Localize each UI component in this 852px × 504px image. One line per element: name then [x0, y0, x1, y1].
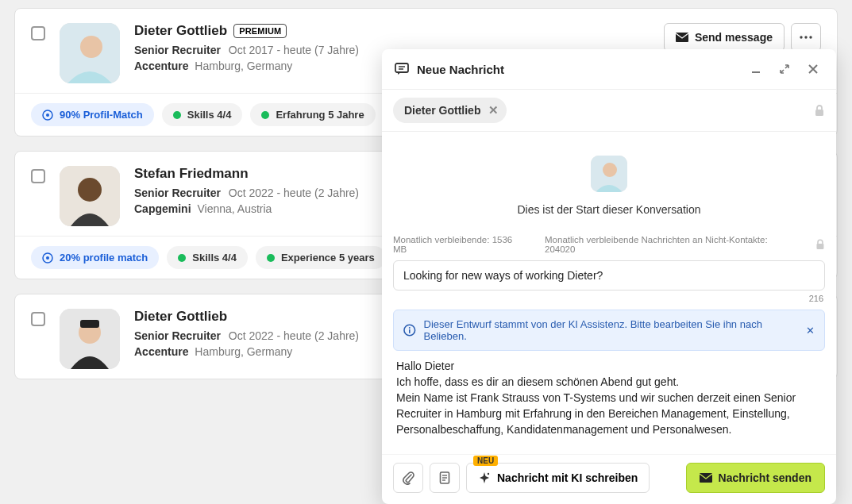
svg-point-7 [46, 113, 49, 117]
quota-messages: Monatlich verbleibende Nachrichten an Ni… [545, 235, 798, 254]
skills-tag[interactable]: Skills 4/4 [162, 103, 243, 126]
location: Hamburg, Germany [195, 60, 292, 72]
role: Senior Recruiter [134, 329, 221, 342]
company: Capgemini [134, 202, 191, 215]
period: Oct 2017 - heute (7 Jahre) [229, 44, 359, 56]
expand-icon [779, 63, 790, 75]
lock-icon [815, 239, 825, 250]
svg-point-11 [46, 256, 49, 260]
recipient-chip[interactable]: Dieter Gottlieb ✕ [393, 98, 507, 123]
svg-rect-31 [700, 473, 712, 483]
send-message-button[interactable]: Send message [664, 23, 785, 52]
send-message-label: Send message [695, 31, 773, 44]
experience-tag[interactable]: Experience 5 years [256, 246, 386, 269]
chat-icon [395, 63, 409, 75]
target-icon [42, 110, 53, 121]
dot-icon [173, 111, 181, 119]
select-checkbox[interactable] [31, 169, 45, 183]
role: Senior Recruiter [134, 187, 221, 199]
minimize-icon [750, 63, 761, 75]
skills-tag[interactable]: Skills 4/4 [167, 246, 248, 269]
sparkle-icon [478, 471, 491, 484]
profile-match-tag[interactable]: 90% Profil-Match [31, 103, 154, 126]
profile-match-tag[interactable]: 20% profile match [31, 246, 159, 269]
svg-point-21 [603, 163, 617, 177]
select-checkbox[interactable] [31, 26, 45, 40]
svg-rect-15 [395, 63, 408, 72]
message-body[interactable]: Hallo Dieter Ich hoffe, dass es dir an d… [382, 351, 836, 444]
location: Hamburg, Germany [195, 345, 292, 358]
recipient-avatar [591, 156, 627, 192]
role: Senior Recruiter [134, 44, 221, 56]
send-label: Nachricht senden [719, 471, 812, 484]
send-button[interactable]: Nachricht senden [686, 463, 825, 493]
lock-icon [814, 104, 825, 117]
ai-banner-text: Dieser Entwurf stammt von der KI Assiste… [424, 318, 798, 342]
minimize-button[interactable] [746, 59, 766, 79]
premium-badge: PREMIUM [233, 24, 287, 38]
svg-point-5 [809, 36, 812, 38]
svg-point-3 [800, 36, 802, 38]
recipient-name: Dieter Gottlieb [404, 104, 480, 117]
experience-tag[interactable]: Erfahrung 5 Jahre [250, 103, 375, 126]
quota-data: Monatlich verbleibende: 1536 MB [393, 235, 527, 254]
svg-rect-2 [676, 33, 688, 42]
info-icon [403, 324, 416, 337]
company: Accenture [134, 60, 188, 72]
svg-rect-25 [409, 329, 411, 333]
new-badge: NEU [473, 456, 498, 466]
period: Oct 2022 - heute (2 Jahre) [229, 187, 359, 199]
company: Accenture [134, 345, 188, 358]
close-icon [808, 63, 819, 75]
close-button[interactable] [803, 59, 823, 79]
dot-icon [267, 254, 275, 262]
ai-write-label: Nachricht mit KI schreiben [497, 471, 638, 484]
remove-recipient-icon[interactable]: ✕ [488, 103, 499, 117]
avatar[interactable] [60, 309, 120, 369]
more-icon [800, 36, 812, 39]
char-count: 216 [382, 290, 836, 303]
svg-point-24 [409, 327, 411, 329]
compose-panel: Neue Nachricht Dieter Gottlieb ✕ Dies is… [382, 49, 836, 504]
paperclip-icon [402, 471, 414, 485]
ai-info-banner: Dieser Entwurf stammt von der KI Assiste… [393, 310, 825, 351]
svg-rect-14 [80, 320, 99, 328]
subject-input[interactable] [393, 260, 825, 290]
period: Oct 2022 - heute (2 Jahre) [229, 329, 359, 342]
conversation-start-text: Dies ist der Start dieser Konversation [517, 203, 700, 216]
document-icon [439, 471, 450, 484]
svg-point-4 [804, 36, 807, 38]
more-button[interactable] [791, 23, 821, 52]
mail-icon [676, 33, 688, 42]
dot-icon [178, 254, 186, 262]
template-button[interactable] [430, 463, 460, 493]
svg-point-1 [80, 36, 102, 58]
select-checkbox[interactable] [31, 312, 45, 326]
svg-rect-19 [815, 110, 823, 116]
location: Vienna, Austria [197, 202, 272, 215]
candidate-name[interactable]: Stefan Friedmann [134, 166, 249, 182]
mail-icon [700, 473, 712, 483]
svg-point-9 [78, 178, 102, 202]
candidate-name[interactable]: Dieter Gottlieb [134, 23, 227, 39]
dot-icon [261, 111, 269, 119]
avatar[interactable] [60, 166, 120, 226]
svg-point-30 [488, 473, 489, 475]
attach-button[interactable] [393, 463, 423, 493]
candidate-name[interactable]: Dieter Gottlieb [134, 309, 227, 325]
avatar[interactable] [60, 23, 120, 83]
compose-title: Neue Nachricht [417, 63, 738, 76]
svg-rect-22 [817, 244, 824, 249]
expand-button[interactable] [774, 59, 795, 79]
target-icon [42, 252, 53, 264]
dismiss-banner-button[interactable]: ✕ [806, 325, 815, 337]
ai-write-button[interactable]: NEU Nachricht mit KI schreiben [466, 463, 650, 493]
